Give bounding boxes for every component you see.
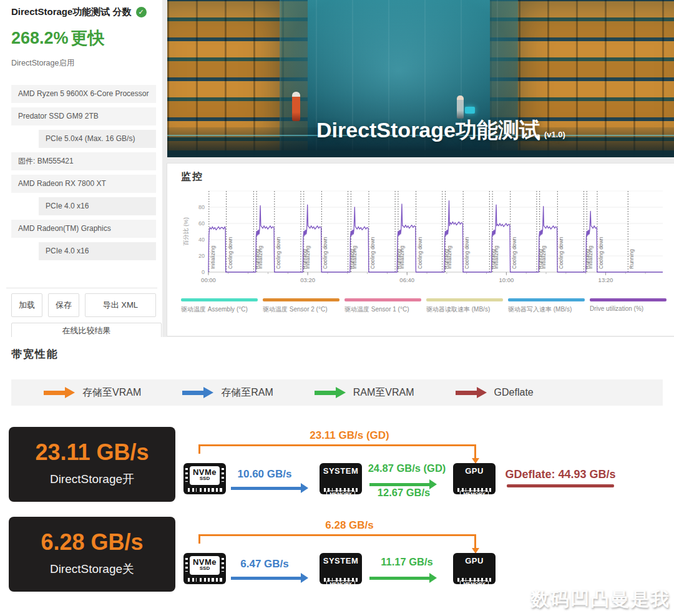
svg-text:0: 0 xyxy=(202,269,205,275)
chip-label: SYSTEM xyxy=(320,466,362,476)
blue-flow-arrow xyxy=(231,573,308,583)
storage-to-vram-bracket xyxy=(198,534,476,549)
legend-label: 驱动温度 Sensor 1 (°C) xyxy=(344,305,421,314)
svg-text:60: 60 xyxy=(198,220,205,227)
ram-to-vram-speed-gd: 24.87 GB/s (GD) xyxy=(366,462,448,474)
score-box-ds-off: 6.28 GB/s DirectStorage关 xyxy=(9,517,175,592)
blue-flow-arrow xyxy=(231,483,308,493)
gpu-memory-chip-icon: GPU MEMORY xyxy=(453,463,496,494)
legend-item-drive-utilization: Drive utilization (%) xyxy=(590,298,667,314)
ram-to-vram-speed: 11.17 GB/s xyxy=(366,556,448,568)
bandwidth-title: 带宽性能 xyxy=(11,347,59,361)
score-value: 268.2% xyxy=(11,29,69,47)
svg-text:Cooling down: Cooling down xyxy=(227,237,233,269)
bracket-label: 6.28 GB/s xyxy=(268,519,431,532)
monitoring-title: 监控 xyxy=(181,170,668,183)
legend-label: 驱动器读取速率 (MB/s) xyxy=(426,305,503,314)
svg-text:80: 80 xyxy=(198,204,205,210)
legend-label: 驱动温度 Sensor 2 (°C) xyxy=(263,305,339,314)
hardware-row-gpu: AMD Radeon RX 7800 XT xyxy=(11,175,156,193)
chip-label: GPU xyxy=(453,556,496,565)
legend-label: 存储至VRAM xyxy=(82,386,141,399)
legend-storage-to-vram: 存储至VRAM xyxy=(44,386,141,399)
legend-label: GDeflate xyxy=(494,387,534,398)
orange-arrow-icon xyxy=(44,387,75,398)
gpu-memory-chip-icon: GPU MEMORY xyxy=(453,553,496,584)
legend-item-read-rate: 驱动器读取速率 (MB/s) xyxy=(426,298,503,314)
system-memory-chip-icon: SYSTEM MEMORY xyxy=(320,553,362,584)
svg-text:00:00: 00:00 xyxy=(201,276,216,283)
svg-text:百分比 (%): 百分比 (%) xyxy=(182,217,189,246)
hardware-row-cpu: AMD Ryzen 5 9600X 6-Core Processor xyxy=(11,85,156,103)
svg-text:40: 40 xyxy=(198,237,205,243)
svg-text:Initializing: Initializing xyxy=(210,245,216,269)
svg-text:03:20: 03:20 xyxy=(300,276,315,283)
gdeflate-underline xyxy=(507,484,614,487)
svg-text:Cooling down: Cooling down xyxy=(369,237,376,269)
monitor-legend: 驱动温度 Assembly (°C) 驱动温度 Sensor 2 (°C) 驱动… xyxy=(181,298,668,314)
monitor-chart: 02040608000:0003:2006:4010:0013:20百分比 (%… xyxy=(181,186,668,291)
ssd-to-ram-speed: 10.60 GB/s xyxy=(230,468,300,481)
gdeflate-result: GDeflate: 44.93 GB/s xyxy=(503,468,618,487)
hardware-row-igpu-pcie: PCIe 4.0 x16 xyxy=(39,242,156,260)
svg-text:Initializing: Initializing xyxy=(305,245,311,269)
legend-label: 存储至RAM xyxy=(221,386,273,399)
chip-label: GPU xyxy=(453,466,496,476)
hero-banner-image: DirectStorage功能测试(v1.0) xyxy=(167,0,674,157)
svg-text:Initializing: Initializing xyxy=(399,245,405,269)
blue-arrow-icon xyxy=(182,387,213,398)
load-button[interactable]: 加载 xyxy=(11,293,42,317)
banner-title: DirectStorage功能测试(v1.0) xyxy=(316,116,565,145)
score-title: DirectStorage功能测试 分数 xyxy=(11,6,132,18)
gdeflate-value: GDeflate: 44.93 GB/s xyxy=(505,468,615,481)
bandwidth-section: 带宽性能 存储至VRAM 存储至RAM RAM至VRAM GDeflate 23… xyxy=(0,337,674,616)
banner-character-left xyxy=(292,92,300,121)
banner-bottom-strip xyxy=(167,150,674,157)
right-column: DirectStorage功能测试(v1.0) 监控 02040608000:0… xyxy=(167,0,674,336)
monitoring-panel: 监控 02040608000:0003:2006:4010:0013:20百分比… xyxy=(167,164,674,336)
legend-item-temp-sensor2: 驱动温度 Sensor 2 (°C) xyxy=(263,298,339,314)
system-memory-chip-icon: SYSTEM MEMORY xyxy=(320,463,362,494)
nvme-ssd-chip-icon: NVMeSSD xyxy=(183,463,226,494)
results-sidebar: DirectStorage功能测试 分数 ✓ 268.2%更快 DirectSt… xyxy=(0,0,162,337)
svg-text:Cooling down: Cooling down xyxy=(511,237,517,269)
legend-label: Drive utilization (%) xyxy=(590,305,667,312)
score-box-ds-on: 23.11 GB/s DirectStorage开 xyxy=(9,427,175,502)
score-subtitle: DirectStorage启用 xyxy=(11,58,156,69)
svg-text:Cooling down: Cooling down xyxy=(417,237,423,269)
legend-swatch xyxy=(590,298,667,301)
top-section: DirectStorage功能测试 分数 ✓ 268.2%更快 DirectSt… xyxy=(0,0,674,337)
banner-cyan-crate xyxy=(465,107,475,114)
legend-swatch xyxy=(508,298,585,301)
save-button[interactable]: 保存 xyxy=(48,293,79,317)
svg-text:Initializing: Initializing xyxy=(446,245,452,269)
export-xml-button[interactable]: 导出 XML xyxy=(85,293,156,317)
legend-gdeflate: GDeflate xyxy=(456,387,534,398)
svg-text:Running: Running xyxy=(628,249,635,269)
legend-item-write-rate: 驱动器写入速率 (MB/s) xyxy=(508,298,585,314)
watermark-text: 数码凹凸曼是我 xyxy=(530,587,670,612)
svg-text:Initializing: Initializing xyxy=(257,245,263,269)
green-flow-arrow xyxy=(369,573,437,583)
bandwidth-mode: DirectStorage关 xyxy=(9,561,175,577)
legend-label: 驱动器写入速率 (MB/s) xyxy=(508,305,585,314)
compare-online-button[interactable]: 在线比较结果 xyxy=(11,323,162,338)
hardware-list: AMD Ryzen 5 9600X 6-Core Processor Preda… xyxy=(11,85,156,260)
banner-character-right xyxy=(457,95,464,119)
legend-item-temp-assembly: 驱动温度 Assembly (°C) xyxy=(181,298,258,314)
svg-text:20: 20 xyxy=(198,253,205,259)
score-suffix: 更快 xyxy=(71,29,105,47)
monitor-chart-wrap: 02040608000:0003:2006:4010:0013:20百分比 (%… xyxy=(181,186,668,293)
hardware-row-ssd-pcie: PCIe 5.0x4 (Max. 16 GB/s) xyxy=(39,130,156,148)
ssd-to-ram-speed: 6.47 GB/s xyxy=(230,558,300,570)
svg-text:13:20: 13:20 xyxy=(598,276,613,283)
legend-swatch xyxy=(426,298,503,301)
legend-item-temp-sensor1: 驱动温度 Sensor 1 (°C) xyxy=(344,298,421,314)
bracket-label: 23.11 GB/s (GD) xyxy=(268,429,431,442)
check-circle-icon: ✓ xyxy=(136,7,147,17)
svg-text:Cooling down: Cooling down xyxy=(275,237,281,269)
hardware-row-igpu: AMD Radeon(TM) Graphics xyxy=(11,220,156,238)
banner-title-text: DirectStorage功能测试 xyxy=(316,118,540,142)
svg-text:Initializing: Initializing xyxy=(351,245,358,269)
legend-swatch xyxy=(263,298,339,301)
